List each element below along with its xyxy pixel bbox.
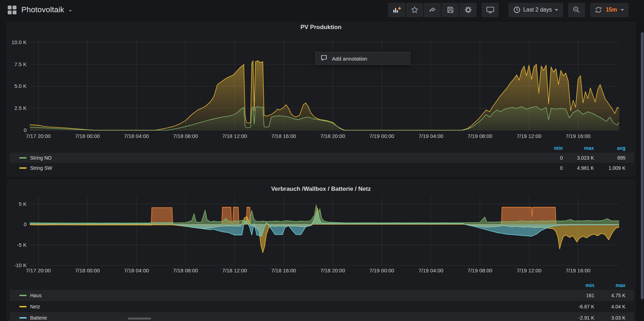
svg-text:7/18 08:00: 7/18 08:00 (173, 133, 198, 139)
pv-produktion-chart[interactable]: 02.5 K5.0 K7.5 K10.0 K7/17 20:007/18 00:… (7, 33, 636, 142)
svg-text:5 K: 5 K (19, 201, 27, 207)
svg-text:7/18 16:00: 7/18 16:00 (271, 267, 296, 273)
legend-header-min[interactable]: min (563, 282, 594, 288)
svg-text:7/17 20:00: 7/17 20:00 (26, 133, 51, 139)
add-panel-icon (392, 6, 401, 14)
svg-text:0: 0 (24, 127, 27, 133)
clock-icon (513, 6, 520, 13)
series-label-string-no[interactable]: String NO (30, 155, 51, 161)
series-swatch-batterie (19, 317, 27, 319)
svg-text:0: 0 (24, 221, 27, 227)
horizontal-scrollbar[interactable] (128, 317, 151, 320)
pv-produktion-legend: min max avg String NO 0 3.023 K 895 Stri… (10, 144, 634, 173)
dashboard-title-caret-icon[interactable] (69, 10, 72, 12)
share-dashboard-button[interactable] (424, 3, 441, 17)
series-swatch-string-sw (19, 167, 27, 169)
svg-text:7/17 20:00: 7/17 20:00 (26, 267, 51, 273)
stat-max-string-sw: 4.981 K (563, 165, 594, 171)
svg-text:7/18 12:00: 7/18 12:00 (222, 267, 247, 273)
zoom-out-time-button[interactable] (568, 3, 585, 17)
stat-max-batterie: 3.03 K (594, 315, 625, 321)
stat-min-haus: 161 (563, 293, 594, 298)
series-label-batterie[interactable]: Batterie (30, 315, 47, 321)
stat-max-string-no: 3.023 K (563, 155, 594, 161)
cycle-view-mode-button[interactable] (482, 3, 499, 17)
legend-row-string-no[interactable]: String NO 0 3.023 K 895 (10, 153, 634, 163)
svg-text:5.0 K: 5.0 K (14, 83, 27, 89)
dashboard-settings-button[interactable] (459, 3, 477, 17)
top-navbar: Photovoltaik (0, 0, 644, 20)
svg-text:7.5 K: 7.5 K (14, 61, 27, 67)
legend-header-max[interactable]: max (563, 145, 594, 151)
legend-header-avg[interactable]: avg (594, 145, 625, 151)
stat-min-string-sw: 0 (532, 165, 563, 171)
stat-max-haus: 4.75 K (594, 293, 625, 298)
series-label-string-sw[interactable]: String SW (30, 165, 52, 171)
svg-text:7/19 04:00: 7/19 04:00 (418, 267, 443, 273)
share-icon (428, 6, 437, 14)
add-panel-button[interactable] (388, 3, 405, 17)
svg-text:2.5 K: 2.5 K (14, 105, 27, 111)
legend-row-haus[interactable]: Haus 161 4.75 K (10, 290, 634, 301)
legend-header-min[interactable]: min (532, 145, 563, 151)
svg-text:7/18 12:00: 7/18 12:00 (222, 133, 247, 139)
time-range-label: Last 2 days (523, 7, 552, 13)
verbrauch-chart[interactable]: -10 K-5 K05 K7/17 20:007/18 00:007/18 04… (7, 191, 636, 278)
stat-max-netz: 4.04 K (594, 304, 625, 309)
legend-header-row: min max avg (10, 144, 634, 153)
series-label-netz[interactable]: Netz (30, 304, 40, 309)
legend-row-netz[interactable]: Netz -6.87 K 4.04 K (10, 301, 634, 312)
verbrauch-legend: min max Haus 161 4.75 K Netz -6.87 K 4.0… (10, 281, 634, 321)
stat-avg-string-sw: 1.009 K (594, 165, 625, 171)
gear-icon (464, 6, 472, 14)
svg-text:-10 K: -10 K (14, 262, 27, 268)
panel-title-pv-produktion[interactable]: PV Produktion (6, 24, 636, 31)
svg-text:10.0 K: 10.0 K (12, 39, 27, 45)
stat-min-batterie: -2.91 K (563, 315, 594, 321)
dashboards-grid-icon[interactable] (8, 6, 16, 14)
svg-text:-5 K: -5 K (17, 242, 27, 248)
svg-text:7/19 08:00: 7/19 08:00 (468, 133, 492, 139)
comment-bubble-icon (320, 54, 327, 63)
time-range-picker[interactable]: Last 2 days (508, 3, 563, 17)
series-swatch-string-no (19, 157, 27, 159)
add-annotation-menu-item[interactable]: Add annotation (315, 52, 410, 65)
svg-text:7/18 20:00: 7/18 20:00 (320, 133, 345, 139)
refresh-interval-label[interactable]: 15m (606, 7, 617, 13)
zoom-out-icon (572, 6, 581, 14)
svg-text:7/19 08:00: 7/19 08:00 (468, 267, 492, 273)
svg-text:7/18 00:00: 7/18 00:00 (75, 267, 100, 273)
legend-row-batterie[interactable]: Batterie -2.91 K 3.03 K (10, 312, 634, 321)
dashboard-title[interactable]: Photovoltaik (21, 5, 64, 14)
legend-header-max[interactable]: max (594, 282, 625, 288)
svg-text:7/19 00:00: 7/19 00:00 (369, 267, 394, 273)
svg-text:7/18 20:00: 7/18 20:00 (320, 267, 345, 273)
monitor-icon (486, 6, 495, 14)
svg-text:7/18 08:00: 7/18 08:00 (173, 267, 198, 273)
time-range-caret-icon (555, 9, 558, 11)
svg-text:7/18 16:00: 7/18 16:00 (271, 133, 296, 139)
svg-text:7/18 04:00: 7/18 04:00 (124, 267, 149, 273)
svg-text:7/19 12:00: 7/19 12:00 (517, 133, 541, 139)
stat-min-string-no: 0 (532, 155, 563, 161)
refresh-picker[interactable]: 15m (590, 3, 629, 17)
series-swatch-netz (19, 306, 27, 307)
svg-text:7/19 16:00: 7/19 16:00 (566, 133, 590, 139)
legend-row-string-sw[interactable]: String SW 0 4.981 K 1.009 K (10, 163, 634, 173)
refresh-caret-icon[interactable] (621, 9, 624, 11)
vertical-scrollbar[interactable] (641, 32, 644, 299)
series-swatch-haus (19, 295, 27, 296)
svg-text:7/19 04:00: 7/19 04:00 (418, 133, 443, 139)
grafana-dashboard: Photovoltaik (0, 0, 644, 321)
svg-text:7/18 00:00: 7/18 00:00 (75, 133, 100, 139)
svg-text:7/19 12:00: 7/19 12:00 (517, 267, 541, 273)
add-annotation-label: Add annotation (332, 56, 367, 62)
star-dashboard-button[interactable] (406, 3, 423, 17)
refresh-icon (595, 6, 602, 14)
svg-text:7/18 04:00: 7/18 04:00 (124, 133, 149, 139)
stat-min-netz: -6.87 K (563, 304, 594, 309)
save-dashboard-button[interactable] (442, 3, 459, 17)
series-label-haus[interactable]: Haus (30, 293, 42, 298)
stat-avg-string-no: 895 (594, 155, 625, 161)
svg-text:7/19 00:00: 7/19 00:00 (369, 133, 394, 139)
